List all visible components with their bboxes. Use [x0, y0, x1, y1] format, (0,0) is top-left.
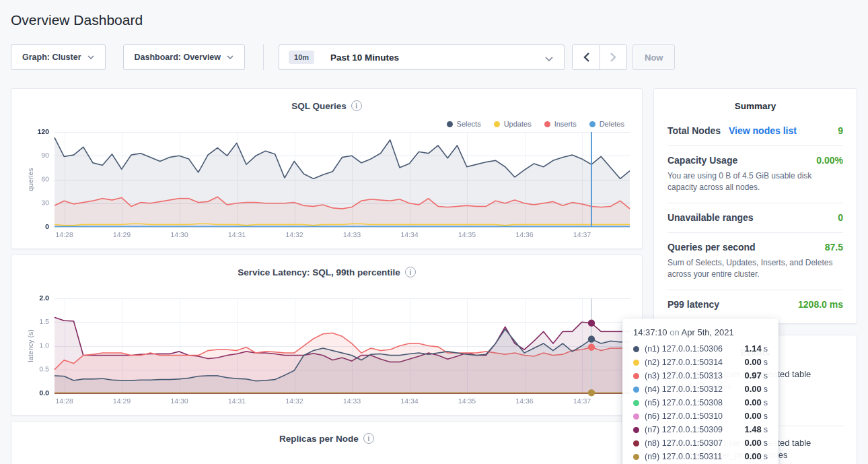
queries-per-second-desc: Sum of Selects, Updates, Inserts, and De… [667, 257, 843, 280]
time-step-buttons [572, 44, 627, 70]
chevron-down-icon [545, 54, 553, 63]
info-icon[interactable]: i [351, 100, 362, 111]
summary-row-p99: P99 latency 1208.0 ms [667, 290, 843, 319]
tooltip-node-row: (n2) 127.0.0.1:503140.00s [633, 356, 768, 369]
sql-queries-title: SQL Queries [291, 101, 347, 111]
replicas-per-node-title: Replicas per Node [279, 434, 359, 444]
chart-hover-tooltip: 14:37:10 on Apr 5th, 2021 (n1) 127.0.0.1… [622, 319, 779, 464]
dashboard-dropdown-label: Dashboard: Overview [135, 53, 221, 62]
time-range-picker[interactable]: 10m Past 10 Minutes [279, 44, 565, 70]
summary-heading: Summary [667, 89, 843, 117]
chevron-right-icon [610, 53, 616, 62]
summary-row-unavailable-ranges: Unavailable ranges 0 [667, 203, 843, 232]
p99-latency-value: 1208.0 ms [798, 299, 843, 310]
tooltip-timestamp: 14:37:10 on Apr 5th, 2021 [633, 327, 768, 337]
node-color-dot [633, 440, 639, 446]
tooltip-node-row: (n6) 127.0.0.1:503100.00s [633, 409, 768, 423]
unavailable-ranges-label: Unavailable ranges [667, 212, 754, 223]
service-latency-card: Service Latency: SQL, 99th percentile i [11, 255, 643, 416]
tooltip-node-row: (n9) 127.0.0.1:503110.00s [633, 450, 768, 463]
sql-queries-card: SQL Queries i SelectsUpdatesInsertsDelet… [11, 88, 643, 249]
dashboard-dropdown[interactable]: Dashboard: Overview [123, 44, 246, 70]
capacity-usage-desc: You are using 0 B of 4.5 GiB usable disk… [667, 170, 843, 193]
node-color-dot [633, 360, 639, 366]
summary-row-qps: Queries per second 87.5 Sum of Selects, … [667, 232, 843, 290]
capacity-usage-value: 0.00% [816, 155, 843, 166]
now-button[interactable]: Now [632, 44, 675, 70]
service-latency-chart[interactable] [22, 293, 647, 411]
unavailable-ranges-value: 0 [838, 212, 843, 223]
time-forward-button[interactable] [600, 45, 626, 69]
time-back-button[interactable] [573, 45, 600, 69]
capacity-usage-label: Capacity Usage [667, 155, 737, 166]
tooltip-node-row: (n4) 127.0.0.1:503120.00s [633, 383, 768, 396]
node-color-dot [633, 373, 639, 379]
sql-queries-chart[interactable] [22, 127, 647, 244]
chevron-down-icon [227, 55, 233, 59]
time-range-badge: 10m [289, 51, 314, 64]
summary-row-total-nodes: Total Nodes View nodes list 9 [667, 117, 843, 145]
summary-panel: Summary Total Nodes View nodes list 9 Ca… [653, 88, 857, 324]
node-color-dot [633, 400, 639, 406]
graph-dropdown-label: Graph: Cluster [22, 53, 81, 62]
node-color-dot [633, 454, 639, 460]
node-color-dot [633, 387, 639, 393]
tooltip-node-row: (n1) 127.0.0.1:503061.14s [633, 342, 768, 356]
node-color-dot [633, 413, 639, 420]
charts-column: SQL Queries i SelectsUpdatesInsertsDelet… [11, 88, 643, 464]
replicas-per-node-card: Replicas per Node i [11, 421, 643, 464]
node-color-dot [633, 427, 639, 433]
tooltip-node-row: (n5) 127.0.0.1:503080.00s [633, 396, 768, 409]
time-range-label: Past 10 Minutes [330, 53, 399, 63]
tooltip-node-row: (n8) 127.0.0.1:503070.00s [633, 436, 768, 450]
total-nodes-label: Total Nodes [667, 125, 721, 136]
tooltip-node-row: (n7) 127.0.0.1:503091.48s [633, 423, 768, 436]
queries-per-second-label: Queries per second [667, 242, 756, 253]
summary-row-capacity: Capacity Usage 0.00% You are using 0 B o… [667, 145, 843, 203]
dashboard-toolbar: Graph: Cluster Dashboard: Overview 10m P… [11, 44, 857, 70]
chevron-left-icon [583, 53, 589, 62]
node-color-dot [633, 346, 639, 352]
page-title: Overview Dashboard [11, 12, 857, 28]
p99-latency-label: P99 latency [667, 299, 719, 310]
tooltip-node-row: (n3) 127.0.0.1:503130.97s [633, 369, 768, 383]
info-icon[interactable]: i [405, 267, 416, 277]
service-latency-title: Service Latency: SQL, 99th percentile [238, 267, 400, 277]
graph-dropdown[interactable]: Graph: Cluster [11, 44, 106, 70]
queries-per-second-value: 87.5 [825, 242, 843, 253]
toolbar-divider [263, 44, 264, 70]
info-icon[interactable]: i [363, 433, 374, 444]
view-nodes-list-link[interactable]: View nodes list [729, 125, 797, 136]
chevron-down-icon [87, 55, 94, 59]
total-nodes-value: 9 [838, 125, 843, 136]
